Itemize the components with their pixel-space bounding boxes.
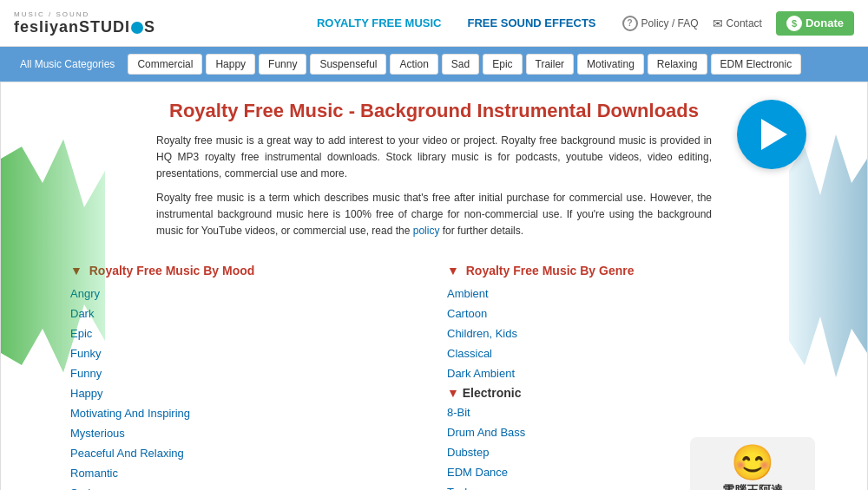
genre-arrow-icon: ▼ [447,264,459,278]
genre-column-header: ▼ Royalty Free Music By Genre [447,264,798,278]
cat-trailer[interactable]: Trailer [526,54,575,75]
nav-royalty-free-music[interactable]: ROYALTY FREE MUSIC [317,16,442,29]
cat-epic[interactable]: Epic [483,54,522,75]
logo-name: fesliyanSTUDIS [14,18,155,36]
mood-item-epic[interactable]: Epic [70,326,421,341]
hero-para2: Royalty free music is a term which descr… [156,190,712,240]
cat-funny[interactable]: Funny [259,54,306,75]
watermark: 😊 電腦王阿達 http://www.kocpc.com.tw [690,437,815,490]
dollar-icon: $ [786,16,802,31]
mood-item-funny[interactable]: Funny [70,366,421,381]
genre-item-cartoon[interactable]: Cartoon [447,306,798,321]
cat-edm[interactable]: EDM Electronic [711,54,802,75]
electronic-sub-header: ▼ Electronic [447,386,798,400]
question-icon: ? [622,16,638,31]
cat-sad[interactable]: Sad [442,54,479,75]
watermark-title: 電腦王阿達 [700,483,805,490]
mood-column-header: ▼ Royalty Free Music By Mood [70,264,421,278]
mood-item-angry[interactable]: Angry [70,286,421,301]
cat-motivating[interactable]: Motivating [577,54,644,75]
play-icon [761,119,787,150]
cat-action[interactable]: Action [390,54,437,75]
electronic-arrow-icon: ▼ [447,386,463,400]
mood-item-dark[interactable]: Dark [70,306,421,321]
envelope-icon: ✉ [713,16,723,30]
main-content: Royalty Free Music - Background Instrume… [0,82,868,490]
logo-dot [131,22,143,34]
cat-relaxing[interactable]: Relaxing [648,54,707,75]
header-actions: ? Policy / FAQ ✉ Contact $ Donate [622,11,854,36]
genre-item-8bit[interactable]: 8-Bit [447,405,798,420]
main-nav: ROYALTY FREE MUSIC FREE SOUND EFFECTS [317,16,596,29]
play-button-container [737,100,806,169]
cat-commercial[interactable]: Commercial [128,54,202,75]
logo-tagline: MUSIC / SOUND [14,10,89,18]
genre-item-children[interactable]: Children, Kids [447,326,798,341]
genre-item-classical[interactable]: Classical [447,346,798,361]
mood-column: ▼ Royalty Free Music By Mood Angry Dark … [70,264,421,490]
hero-para1: Royalty free music is a great way to add… [156,133,712,183]
mood-item-happy[interactable]: Happy [70,386,421,401]
category-bar: All Music Categories Commercial Happy Fu… [0,47,868,82]
header: MUSIC / SOUND fesliyanSTUDIS ROYALTY FRE… [0,0,868,47]
watermark-face: 😊 [700,442,805,483]
mood-item-sad[interactable]: Sad [70,486,421,490]
cat-suspenseful[interactable]: Suspenseful [310,54,386,75]
mood-item-funky[interactable]: Funky [70,346,421,361]
policy-faq-link[interactable]: ? Policy / FAQ [622,16,699,31]
logo-area: MUSIC / SOUND fesliyanSTUDIS [14,10,155,36]
donate-button[interactable]: $ Donate [776,11,854,36]
genre-item-dark-ambient[interactable]: Dark Ambient [447,366,798,381]
cat-happy[interactable]: Happy [206,54,255,75]
mood-item-motivating[interactable]: Motivating And Inspiring [70,406,421,421]
hero-section: Royalty Free Music - Background Instrume… [18,82,850,255]
cat-all[interactable]: All Music Categories [10,54,124,75]
mood-item-mysterious[interactable]: Mysterious [70,426,421,441]
mood-item-romantic[interactable]: Romantic [70,466,421,480]
mood-item-peaceful[interactable]: Peaceful And Relaxing [70,446,421,461]
hero-title: Royalty Free Music - Background Instrume… [36,100,832,122]
play-button[interactable] [737,100,806,169]
genre-item-ambient[interactable]: Ambient [447,286,798,301]
nav-free-sound-effects[interactable]: FREE SOUND EFFECTS [467,16,595,29]
policy-link[interactable]: policy [413,225,440,237]
contact-link[interactable]: ✉ Contact [713,16,762,30]
